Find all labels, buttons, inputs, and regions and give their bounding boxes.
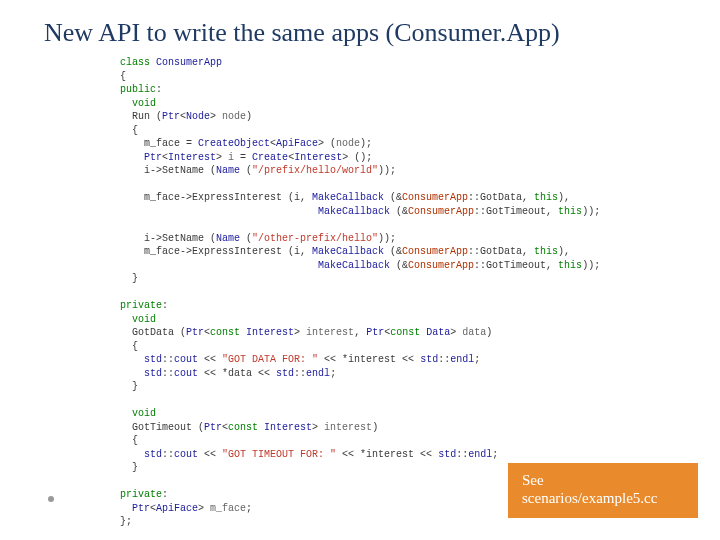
code-token: :: [456, 449, 468, 460]
code-token: std [144, 449, 162, 460]
code-token: )); [582, 260, 600, 271]
code-token: const [390, 327, 420, 338]
code-token [120, 206, 318, 217]
code-token: "GOT TIMEOUT FOR: " [222, 449, 336, 460]
code-token: "/prefix/hello/world" [252, 165, 378, 176]
code-token: << [198, 449, 222, 460]
code-token: :: [162, 449, 174, 460]
callout-line2: scenarios/example5.cc [522, 489, 684, 508]
code-token: m_face [210, 503, 246, 514]
code-token: > [210, 111, 222, 122]
code-token: :: [162, 368, 174, 379]
code-token: Interest [246, 327, 294, 338]
code-token: ; [492, 449, 498, 460]
code-token: std [144, 354, 162, 365]
code-token: endl [468, 449, 492, 460]
code-token: << [198, 354, 222, 365]
code-token: Run ( [120, 111, 162, 122]
callout-box: See scenarios/example5.cc [508, 463, 698, 519]
code-token: ); [360, 138, 372, 149]
code-token [120, 449, 144, 460]
code-token: ; [330, 368, 336, 379]
code-token: = [234, 152, 252, 163]
code-token: ; [246, 503, 252, 514]
code-token: (& [384, 192, 402, 203]
code-token: cout [174, 449, 198, 460]
code-token: : [156, 84, 162, 95]
code-token: std [420, 354, 438, 365]
code-token: ), [558, 246, 570, 257]
code-token: Data [426, 327, 450, 338]
code-token: GotTimeout ( [120, 422, 204, 433]
page-dot-icon [48, 496, 54, 502]
code-token: node [336, 138, 360, 149]
code-token: ConsumerApp [402, 246, 468, 257]
code-token: } [120, 462, 138, 473]
code-token: endl [306, 368, 330, 379]
code-token: Ptr [144, 152, 162, 163]
code-token: const [210, 327, 240, 338]
code-token: ConsumerApp [402, 192, 468, 203]
code-token: this [534, 192, 558, 203]
slide-title: New API to write the same apps (Consumer… [0, 0, 720, 54]
code-token: ( [240, 165, 252, 176]
code-token: void [120, 408, 156, 419]
code-token: << *data << [198, 368, 276, 379]
code-token: Interest [294, 152, 342, 163]
code-token: public [120, 84, 156, 95]
code-block: class ConsumerApp { public: void Run (Pt… [0, 54, 720, 529]
code-token: { [120, 435, 138, 446]
code-token: Ptr [366, 327, 384, 338]
code-token: > [294, 327, 306, 338]
code-token: )); [378, 233, 396, 244]
code-token: ::GotTimeout, [474, 260, 558, 271]
code-token: GotData ( [120, 327, 186, 338]
code-token [120, 354, 144, 365]
code-token: ::GotData, [468, 246, 534, 257]
code-token: , [354, 327, 366, 338]
code-token: i->SetName ( [120, 233, 216, 244]
code-token: { [120, 71, 126, 82]
code-token: this [534, 246, 558, 257]
code-token: "/other-prefix/hello" [252, 233, 378, 244]
code-token: cout [174, 354, 198, 365]
code-token: private [120, 300, 162, 311]
code-token: :: [438, 354, 450, 365]
code-token: :: [162, 354, 174, 365]
code-token: std [276, 368, 294, 379]
code-token: :: [294, 368, 306, 379]
code-token: > (); [342, 152, 372, 163]
code-token: > [450, 327, 462, 338]
code-token: Ptr [162, 111, 180, 122]
code-token: > [216, 152, 228, 163]
code-token: m_face->ExpressInterest (i, [120, 246, 312, 257]
code-token [120, 152, 144, 163]
code-token: } [120, 381, 138, 392]
code-token: > [198, 503, 210, 514]
code-token: ConsumerApp [150, 57, 222, 68]
code-token: ( [240, 233, 252, 244]
code-token: )); [378, 165, 396, 176]
code-token: Ptr [186, 327, 204, 338]
code-token: ::GotData, [468, 192, 534, 203]
code-token: std [144, 368, 162, 379]
code-token: class [120, 57, 150, 68]
code-token: } [120, 273, 138, 284]
code-token: Interest [264, 422, 312, 433]
code-token: interest [306, 327, 354, 338]
code-token: node [222, 111, 246, 122]
code-token: : [162, 300, 168, 311]
code-token: Name [216, 233, 240, 244]
code-token: MakeCallback [318, 206, 390, 217]
code-token: void [120, 98, 156, 109]
code-token: > ( [318, 138, 336, 149]
code-token: ) [246, 111, 252, 122]
code-token: cout [174, 368, 198, 379]
code-token: > [312, 422, 324, 433]
code-token: ) [486, 327, 492, 338]
code-token: private [120, 489, 162, 500]
code-token: (& [390, 206, 408, 217]
code-token: MakeCallback [312, 246, 384, 257]
code-token: MakeCallback [318, 260, 390, 271]
code-token: << *interest << [336, 449, 438, 460]
